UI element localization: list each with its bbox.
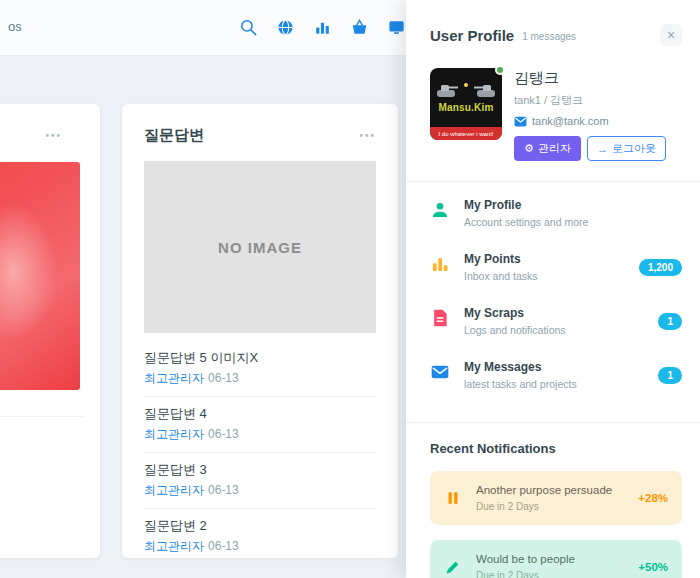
card-menu-icon[interactable]: ••• [45,130,62,141]
qa-date: 06-13 [208,539,239,553]
qa-date: 06-13 [208,427,239,441]
menu-item-title: My Points [464,252,538,266]
notification-delta: +28% [638,492,668,504]
qa-item-title: 질문답변 5 이미지X [144,349,376,367]
points-badge: 1,200 [639,259,682,276]
notification-text: Would be to people Due in 2 Days [476,553,575,578]
screen: os ••• [0,0,700,578]
menu-item-subtitle: latest tasks and projects [464,378,577,390]
qa-author-link[interactable]: 최고관리자 [144,539,204,553]
profile-section: Mansu.Kim I do whatever i want! 김탱크 tank… [430,68,682,161]
drawer-title: User Profile [430,27,514,44]
avatar-banner-text: I do whatever i want! [430,127,502,140]
menu-item-subtitle: Logs and notifications [464,324,566,336]
qa-item-title: 질문답변 3 [144,461,376,479]
qa-item-meta: 최고관리자06-13 [144,482,376,499]
list-item[interactable]: 질문답변 2 최고관리자06-13 [144,509,376,565]
list-item[interactable]: 질문답변 5 이미지X 최고관리자06-13 [144,341,376,397]
logout-label: 로그아웃 [612,141,656,156]
scraps-badge: 1 [658,313,682,330]
notification-title: Would be to people [476,553,575,565]
profile-email: tank@tank.com [532,115,609,127]
close-icon[interactable]: × [660,24,682,46]
search-icon[interactable] [238,17,258,37]
logo-text-partial: os [8,19,22,34]
qa-date: 06-13 [208,483,239,497]
notification-delta: +50% [638,561,668,573]
tanks-illustration [435,77,497,101]
avatar-text: Mansu.Kim [438,102,493,113]
qa-item-meta: 최고관리자06-13 [144,370,376,387]
chart-icon[interactable] [312,17,332,37]
profile-buttons: ⚙ 관리자 → 로그아웃 [514,136,666,161]
menu-item-title: My Messages [464,360,577,374]
messages-badge: 1 [658,367,682,384]
user-profile-drawer: User Profile 1 messages × Mansu.Kim [406,0,700,578]
online-status-dot [495,65,505,75]
profile-username: tank1 / 김탱크 [514,93,666,108]
bar-chart-icon [430,254,450,274]
notification-card[interactable]: Another purpose persuade Due in 2 Days +… [430,471,682,525]
qa-card-header: 질문답변 ••• [144,126,376,145]
qa-item-title: 질문답변 2 [144,517,376,535]
avatar-wrap: Mansu.Kim I do whatever i want! [430,68,502,140]
monitor-icon[interactable] [386,17,406,37]
list-item[interactable]: 질문답변 3 최고관리자06-13 [144,453,376,509]
menu-item-text: My Profile Account settings and more [464,198,588,228]
qa-author-link[interactable]: 최고관리자 [144,427,204,441]
menu-item-my-scraps[interactable]: My Scraps Logs and notifications 1 [430,294,682,348]
mail-icon [514,116,527,127]
qa-item-title: 질문답변 4 [144,405,376,423]
logout-button[interactable]: → 로그아웃 [587,136,666,161]
gallery-card-partial: ••• 을 길게 써보... [0,104,100,558]
qa-author-link[interactable]: 최고관리자 [144,371,204,385]
menu-item-my-profile[interactable]: My Profile Account settings and more [430,186,682,240]
logout-icon: → [597,143,608,155]
menu-item-subtitle: Inbox and tasks [464,270,538,282]
list-item[interactable]: 질문답변 4 최고관리자06-13 [144,397,376,453]
card-menu-icon[interactable]: ••• [359,130,376,141]
menu-item-title: My Scraps [464,306,566,320]
menu-item-subtitle: Account settings and more [464,216,588,228]
admin-role-button[interactable]: ⚙ 관리자 [514,136,581,161]
drawer-subtitle: 1 messages [522,31,576,42]
qa-date: 06-13 [208,371,239,385]
gear-icon: ⚙ [524,142,534,155]
notification-due: Due in 2 Days [476,570,575,578]
qa-list: 질문답변 5 이미지X 최고관리자06-13 질문답변 4 최고관리자06-13… [144,341,376,565]
profile-email-row: tank@tank.com [514,115,666,127]
qa-author-link[interactable]: 최고관리자 [144,483,204,497]
gallery-thumbnail-image[interactable] [0,162,80,390]
document-icon [430,308,450,328]
notification-due: Due in 2 Days [476,501,612,512]
pencil-icon [444,558,462,576]
pause-bars-icon [444,489,462,507]
menu-item-text: My Scraps Logs and notifications [464,306,566,336]
menu-item-text: My Points Inbox and tasks [464,252,538,282]
topbar-icon-group [238,17,406,37]
notification-title: Another purpose persuade [476,484,612,496]
basket-icon[interactable] [349,17,369,37]
profile-info: 김탱크 tank1 / 김탱크 tank@tank.com ⚙ 관리자 → 로그… [514,68,666,161]
menu-item-my-points[interactable]: My Points Inbox and tasks 1,200 [430,240,682,294]
user-icon [430,200,450,220]
notification-card[interactable]: Would be to people Due in 2 Days +50% [430,540,682,578]
menu-item-text: My Messages latest tasks and projects [464,360,577,390]
globe-icon[interactable] [275,17,295,37]
drawer-header: User Profile 1 messages × [430,24,682,46]
menu-item-my-messages[interactable]: My Messages latest tasks and projects 1 [430,348,682,402]
divider [0,416,84,417]
envelope-icon [430,362,450,382]
notifications-heading: Recent Notifications [430,441,682,456]
drawer-menu: My Profile Account settings and more My … [430,186,682,402]
profile-name: 김탱크 [514,69,666,88]
admin-role-label: 관리자 [538,141,571,156]
divider [406,181,700,182]
notification-text: Another purpose persuade Due in 2 Days [476,484,612,512]
no-image-placeholder: NO IMAGE [144,161,376,333]
qa-item-meta: 최고관리자06-13 [144,538,376,555]
menu-item-title: My Profile [464,198,588,212]
qa-item-meta: 최고관리자06-13 [144,426,376,443]
qa-card-title: 질문답변 [144,126,204,145]
gallery-item-title[interactable]: 을 길게 써보... [0,388,84,406]
